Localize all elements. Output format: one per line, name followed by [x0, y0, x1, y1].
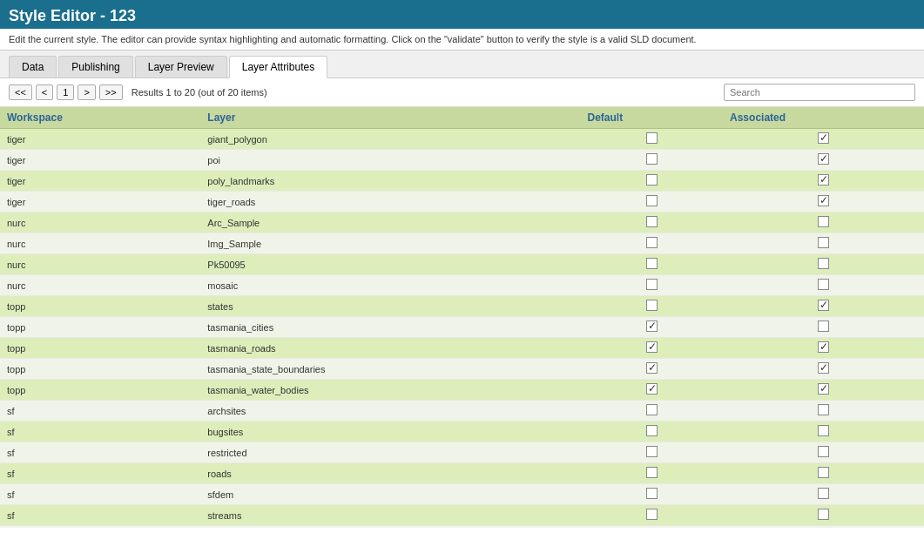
- tab-layer-attributes[interactable]: Layer Attributes: [229, 56, 327, 78]
- default-cell[interactable]: [581, 359, 724, 380]
- associated-cell[interactable]: [723, 129, 924, 150]
- default-checkbox[interactable]: [646, 300, 658, 311]
- table-row: nurcmosaic: [0, 275, 924, 296]
- associated-cell[interactable]: [723, 401, 924, 422]
- associated-checkbox[interactable]: [818, 509, 829, 520]
- associated-cell[interactable]: [723, 380, 924, 401]
- default-cell[interactable]: [581, 484, 724, 505]
- default-cell[interactable]: [581, 213, 724, 233]
- prev-page-button[interactable]: <: [36, 84, 53, 100]
- default-checkbox[interactable]: [646, 237, 658, 248]
- default-cell[interactable]: [581, 317, 724, 338]
- associated-checkbox[interactable]: [818, 446, 829, 457]
- table-row: topptasmania_state_boundaries: [0, 359, 924, 380]
- page-number-button[interactable]: 1: [57, 84, 74, 100]
- default-checkbox[interactable]: [646, 216, 658, 227]
- associated-cell[interactable]: [723, 254, 924, 275]
- default-checkbox[interactable]: [646, 383, 658, 395]
- default-checkbox[interactable]: [646, 132, 658, 144]
- default-cell[interactable]: [581, 296, 724, 317]
- associated-cell[interactable]: [723, 317, 924, 338]
- associated-checkbox[interactable]: [818, 258, 829, 269]
- default-checkbox[interactable]: [646, 258, 658, 269]
- default-cell[interactable]: [581, 401, 724, 422]
- default-cell[interactable]: [581, 129, 724, 150]
- table-row: toppstates: [0, 296, 924, 317]
- associated-cell[interactable]: [723, 505, 924, 526]
- default-cell[interactable]: [581, 380, 724, 401]
- associated-cell[interactable]: [723, 192, 924, 213]
- associated-cell[interactable]: [723, 359, 924, 380]
- default-checkbox[interactable]: [646, 404, 658, 415]
- tab-data[interactable]: Data: [9, 56, 57, 78]
- associated-checkbox[interactable]: [818, 404, 829, 415]
- default-cell[interactable]: [581, 505, 724, 526]
- default-cell[interactable]: [581, 275, 724, 296]
- associated-cell[interactable]: [723, 463, 924, 484]
- first-page-button[interactable]: <<: [9, 84, 32, 100]
- associated-checkbox[interactable]: [818, 174, 829, 186]
- associated-cell[interactable]: [723, 171, 924, 192]
- default-checkbox[interactable]: [646, 279, 658, 290]
- tab-publishing[interactable]: Publishing: [58, 56, 132, 78]
- default-cell[interactable]: [581, 422, 724, 442]
- associated-cell[interactable]: [723, 484, 924, 505]
- associated-checkbox[interactable]: [818, 279, 829, 290]
- associated-cell[interactable]: [723, 422, 924, 442]
- last-page-button[interactable]: >>: [99, 84, 123, 100]
- default-checkbox[interactable]: [646, 174, 658, 186]
- associated-cell[interactable]: [723, 275, 924, 296]
- default-cell[interactable]: [581, 254, 724, 275]
- associated-checkbox[interactable]: [818, 216, 829, 227]
- default-cell[interactable]: [581, 192, 724, 213]
- associated-checkbox[interactable]: [818, 320, 829, 332]
- associated-checkbox[interactable]: [818, 153, 829, 165]
- workspace-cell: topp: [0, 359, 200, 380]
- default-cell[interactable]: [581, 442, 724, 463]
- associated-checkbox[interactable]: [818, 300, 829, 311]
- workspace-cell: nurc: [0, 254, 200, 275]
- associated-cell[interactable]: [723, 296, 924, 317]
- associated-checkbox[interactable]: [818, 383, 829, 395]
- associated-cell[interactable]: [723, 150, 924, 171]
- associated-cell[interactable]: [723, 526, 924, 529]
- workspace-cell: tiger: [0, 192, 200, 213]
- associated-checkbox[interactable]: [818, 362, 829, 374]
- default-checkbox[interactable]: [646, 446, 658, 457]
- search-input[interactable]: [724, 84, 915, 101]
- associated-cell[interactable]: [723, 338, 924, 359]
- table-row: tigertiger_roads: [0, 192, 924, 213]
- associated-checkbox[interactable]: [818, 237, 829, 248]
- default-cell[interactable]: [581, 150, 724, 171]
- associated-checkbox[interactable]: [818, 488, 829, 499]
- default-cell[interactable]: [581, 526, 724, 529]
- associated-checkbox[interactable]: [818, 467, 829, 478]
- default-checkbox[interactable]: [646, 195, 658, 206]
- default-checkbox[interactable]: [646, 341, 658, 353]
- table-row: sfarchsites: [0, 401, 924, 422]
- associated-cell[interactable]: [723, 233, 924, 254]
- next-page-button[interactable]: >: [78, 84, 95, 100]
- default-cell[interactable]: [581, 338, 724, 359]
- default-cell[interactable]: [581, 233, 724, 254]
- default-checkbox[interactable]: [646, 488, 658, 499]
- associated-checkbox[interactable]: [818, 195, 829, 206]
- default-checkbox[interactable]: [646, 362, 658, 374]
- layer-cell: sfdem: [200, 484, 580, 505]
- tab-layer-preview[interactable]: Layer Preview: [135, 56, 227, 78]
- default-checkbox[interactable]: [646, 425, 658, 436]
- default-checkbox[interactable]: [646, 467, 658, 478]
- default-checkbox[interactable]: [646, 509, 658, 520]
- associated-checkbox[interactable]: [818, 341, 829, 353]
- associated-checkbox[interactable]: [818, 132, 829, 144]
- default-cell[interactable]: [581, 171, 724, 192]
- default-checkbox[interactable]: [646, 153, 658, 165]
- layer-cell: Arc_Sample: [200, 213, 580, 233]
- table-row: sfrestricted: [0, 442, 924, 463]
- associated-checkbox[interactable]: [818, 425, 829, 436]
- default-cell[interactable]: [581, 463, 724, 484]
- main-content: Style Editor - 123 Edit the current styl…: [0, 0, 924, 528]
- associated-cell[interactable]: [723, 213, 924, 233]
- associated-cell[interactable]: [723, 442, 924, 463]
- default-checkbox[interactable]: [646, 320, 658, 332]
